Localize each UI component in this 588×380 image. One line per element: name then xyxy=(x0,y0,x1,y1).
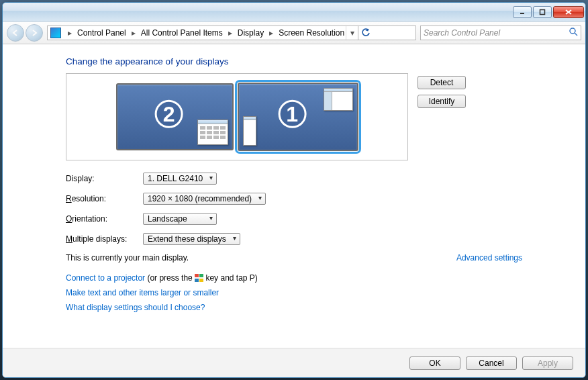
breadcrumb-dropdown[interactable]: ▾ xyxy=(346,26,358,40)
monitor-number: 2 xyxy=(155,100,183,128)
chevron-right-icon: ▸ xyxy=(265,28,277,38)
page-title: Change the appearance of your displays xyxy=(66,56,522,66)
display-arrangement-preview[interactable]: 2 1 xyxy=(66,73,408,160)
text-size-link[interactable]: Make text and other items larger or smal… xyxy=(66,288,219,297)
main-display-status: This is currently your main display. xyxy=(66,253,189,263)
back-button[interactable] xyxy=(7,24,24,42)
detect-button[interactable]: Detect xyxy=(418,76,466,89)
chevron-right-icon: ▸ xyxy=(224,28,236,38)
search-placeholder: Search Control Panel xyxy=(424,28,500,38)
ok-button[interactable]: OK xyxy=(409,357,460,370)
svg-rect-1 xyxy=(540,9,545,14)
nav-bar: ▸ Control Panel ▸ All Control Panel Item… xyxy=(3,21,585,44)
maximize-button[interactable] xyxy=(533,6,552,18)
breadcrumb-item[interactable]: Display xyxy=(236,28,265,38)
multiple-displays-select[interactable]: Extend these displays xyxy=(143,233,240,245)
refresh-button[interactable] xyxy=(358,26,373,40)
svg-point-2 xyxy=(570,28,575,34)
chevron-right-icon: ▸ xyxy=(128,28,140,38)
monitor-1[interactable]: 1 xyxy=(238,83,358,151)
forward-button[interactable] xyxy=(26,24,43,42)
apply-button[interactable]: Apply xyxy=(522,357,573,370)
multiple-displays-label: Multiple displays: xyxy=(66,234,143,244)
cancel-button[interactable]: Cancel xyxy=(466,357,517,370)
monitor-number: 1 xyxy=(278,100,306,128)
monitor-2[interactable]: 2 xyxy=(116,83,234,150)
help-link[interactable]: What display settings should I choose? xyxy=(66,303,205,312)
dialog-footer: OK Cancel Apply xyxy=(3,348,585,377)
control-panel-icon xyxy=(50,28,61,38)
display-label: Display: xyxy=(66,174,143,183)
titlebar xyxy=(3,3,585,21)
resolution-label: Resolution: xyxy=(66,194,143,203)
minimize-button[interactable] xyxy=(513,6,532,18)
breadcrumb[interactable]: ▸ Control Panel ▸ All Control Panel Item… xyxy=(47,26,416,40)
connect-projector-link[interactable]: Connect to a projector xyxy=(66,273,145,283)
breadcrumb-item[interactable]: All Control Panel Items xyxy=(140,28,224,38)
breadcrumb-item[interactable]: Control Panel xyxy=(76,28,128,38)
windows-key-icon xyxy=(195,274,203,282)
display-select[interactable]: 1. DELL G2410 xyxy=(143,173,217,185)
screen-resolution-window: ▸ Control Panel ▸ All Control Panel Item… xyxy=(2,2,586,378)
search-icon xyxy=(569,27,578,38)
content-area: Change the appearance of your displays 2 xyxy=(3,44,585,377)
close-button[interactable] xyxy=(553,6,584,18)
resolution-select[interactable]: 1920 × 1080 (recommended) xyxy=(143,193,266,205)
chevron-right-icon: ▸ xyxy=(64,28,76,38)
advanced-settings-link[interactable]: Advanced settings xyxy=(456,253,522,263)
search-input[interactable]: Search Control Panel xyxy=(420,26,581,40)
identify-button[interactable]: Identify xyxy=(418,95,466,108)
orientation-label: Orientation: xyxy=(66,214,143,224)
breadcrumb-item[interactable]: Screen Resolution xyxy=(277,28,346,38)
orientation-select[interactable]: Landscape xyxy=(143,213,217,225)
svg-line-3 xyxy=(575,33,577,36)
